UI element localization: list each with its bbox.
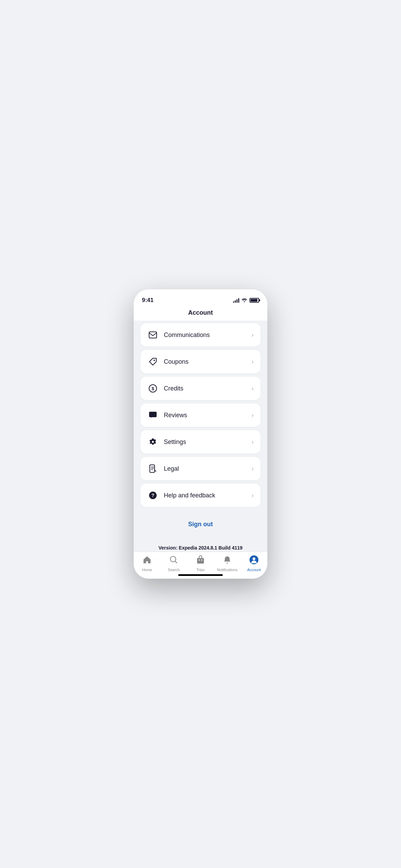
home-icon [143,555,151,566]
search-icon-nav [169,555,178,566]
nav-label-trips: Trips [196,568,205,572]
notifications-icon [223,555,232,566]
svg-rect-4 [149,412,157,417]
content-area: Communications › Coupons › [134,321,267,552]
menu-item-help[interactable]: ? Help and feedback › [141,484,260,507]
menu-item-coupons[interactable]: Coupons › [141,350,260,373]
communications-label: Communications [164,331,210,339]
nav-label-notifications: Notifications [217,568,238,572]
dollar-icon: $ [147,383,158,394]
status-time: 9:41 [142,297,154,304]
question-icon: ? [147,490,158,501]
battery-icon [250,298,259,303]
version-section: Version: Expedia 2024.8.1 Build 4119 © C… [141,538,260,552]
menu-item-communications[interactable]: Communications › [141,323,260,347]
reviews-label: Reviews [164,412,187,419]
nav-label-search: Search [168,568,180,572]
coupons-label: Coupons [164,358,189,365]
svg-rect-5 [150,465,155,472]
page-title: Account [188,309,213,316]
home-indicator [178,574,223,576]
status-bar: 9:41 [134,289,267,306]
signal-bars-icon [233,298,239,303]
nav-label-account: Account [247,568,261,572]
account-icon [250,555,258,566]
svg-rect-10 [199,559,200,560]
nav-item-account[interactable]: Account [241,555,267,572]
svg-rect-0 [149,332,157,338]
help-label: Help and feedback [164,492,215,499]
nav-item-notifications[interactable]: Notifications [214,555,241,572]
chat-icon [147,410,158,421]
svg-text:$: $ [151,386,154,391]
reviews-chevron: › [252,412,254,419]
help-chevron: › [252,492,254,499]
sign-out-button[interactable]: Sign out [181,517,220,531]
svg-rect-9 [197,558,204,564]
sign-out-section: Sign out [141,510,260,538]
communications-chevron: › [252,331,254,339]
nav-label-home: Home [142,568,152,572]
version-text: Version: Expedia 2024.8.1 Build 4119 [141,545,260,551]
svg-point-1 [154,360,155,361]
menu-item-credits[interactable]: $ Credits › [141,377,260,400]
phone-container: 9:41 Account [134,289,267,579]
nav-item-home[interactable]: Home [134,555,160,572]
gear-icon [147,436,158,447]
credits-chevron: › [252,385,254,392]
tag-icon [147,356,158,367]
menu-item-settings[interactable]: Settings › [141,430,260,454]
page-title-bar: Account [134,306,267,321]
nav-item-search[interactable]: Search [160,555,187,572]
menu-item-reviews[interactable]: Reviews › [141,403,260,427]
nav-item-trips[interactable]: Trips [187,555,214,572]
svg-point-13 [253,557,255,560]
settings-chevron: › [252,438,254,446]
envelope-icon [147,329,158,340]
legal-chevron: › [252,465,254,472]
settings-label: Settings [164,438,186,446]
svg-rect-11 [201,559,202,560]
legal-label: Legal [164,465,179,472]
trips-icon [196,555,205,566]
status-icons [233,298,259,303]
document-icon [147,463,158,474]
menu-item-legal[interactable]: Legal › [141,457,260,480]
svg-text:?: ? [151,493,155,498]
coupons-chevron: › [252,358,254,365]
wifi-icon [241,298,247,303]
credits-label: Credits [164,385,183,392]
